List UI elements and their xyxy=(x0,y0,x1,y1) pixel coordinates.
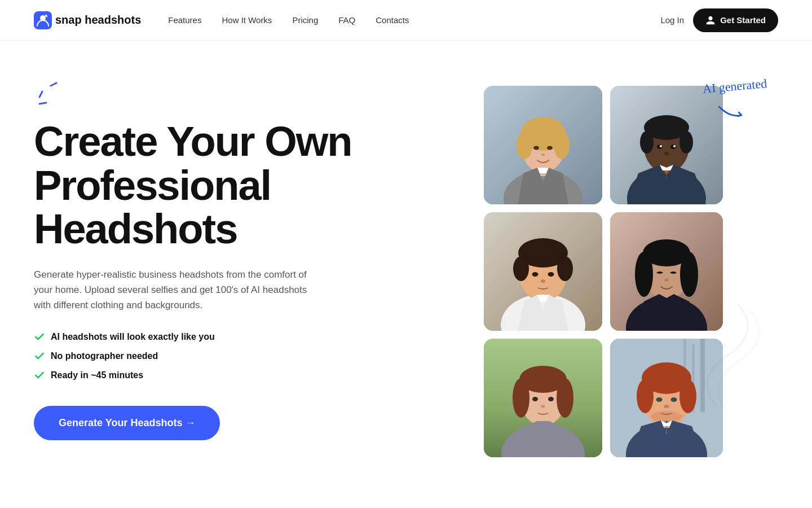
headshot-photo-1 xyxy=(484,86,602,204)
svg-point-57 xyxy=(548,397,554,401)
generate-headshots-button[interactable]: Generate Your Headshots → xyxy=(34,406,220,440)
svg-point-40 xyxy=(541,279,545,283)
svg-point-54 xyxy=(513,378,529,418)
nav-item-features[interactable]: Features xyxy=(168,15,201,25)
feature-item-2: No photographer needed xyxy=(34,351,417,362)
svg-point-13 xyxy=(554,131,570,159)
svg-point-23 xyxy=(679,131,693,154)
nav-links: Features How It Works Pricing FAQ Contac… xyxy=(168,15,409,25)
svg-point-14 xyxy=(533,146,539,150)
check-icon-2 xyxy=(34,351,45,362)
svg-line-5 xyxy=(39,91,42,97)
svg-point-12 xyxy=(517,131,532,159)
generate-headshots-label: Generate Your Headshots → xyxy=(59,417,195,429)
headshot-photo-5 xyxy=(484,339,602,457)
svg-point-56 xyxy=(532,397,538,401)
svg-point-15 xyxy=(547,146,553,150)
hero-left: Create Your Own Professional Headshots G… xyxy=(34,75,417,440)
hero-subtitle: Generate hyper-realistic business headsh… xyxy=(34,267,316,313)
svg-line-6 xyxy=(39,103,46,104)
photo-grid xyxy=(484,86,723,457)
nav-item-contacts[interactable]: Contacts xyxy=(376,15,409,25)
check-icon-1 xyxy=(34,331,45,343)
svg-point-26 xyxy=(660,145,662,147)
svg-point-55 xyxy=(557,378,573,418)
nav-item-how-it-works[interactable]: How It Works xyxy=(222,15,272,25)
svg-point-72 xyxy=(664,405,669,408)
login-button[interactable]: Log In xyxy=(660,15,684,25)
ai-arrow-icon xyxy=(716,104,744,121)
svg-line-4 xyxy=(51,83,56,86)
hero-title: Create Your Own Professional Headshots xyxy=(34,120,417,251)
svg-point-38 xyxy=(532,272,539,277)
svg-point-27 xyxy=(673,145,676,147)
svg-point-58 xyxy=(541,405,545,408)
nav-item-faq[interactable]: FAQ xyxy=(338,15,355,25)
svg-point-36 xyxy=(513,256,529,281)
logo[interactable]: snap headshots xyxy=(34,11,141,29)
nav-right: Log In Get Started xyxy=(660,8,778,32)
svg-point-39 xyxy=(548,272,554,277)
get-started-label: Get Started xyxy=(720,15,766,25)
svg-point-67 xyxy=(637,379,654,413)
get-started-button[interactable]: Get Started xyxy=(693,8,778,32)
svg-point-16 xyxy=(541,154,545,156)
svg-point-28 xyxy=(664,152,669,155)
svg-point-48 xyxy=(665,279,669,282)
check-icon-3 xyxy=(34,370,45,381)
svg-point-70 xyxy=(656,397,663,402)
headshot-photo-2 xyxy=(610,86,723,204)
svg-point-37 xyxy=(557,256,573,281)
feature-list: AI headshots will look exactly like you … xyxy=(34,331,417,381)
svg-point-71 xyxy=(671,397,677,402)
feature-item-1: AI headshots will look exactly like you xyxy=(34,331,417,343)
headshot-photo-3 xyxy=(484,212,602,331)
svg-point-46 xyxy=(635,252,653,297)
hero-section: Create Your Own Professional Headshots G… xyxy=(0,41,812,508)
svg-point-22 xyxy=(640,131,654,154)
ai-generated-label: AI generated xyxy=(702,76,767,97)
deco-lines-icon xyxy=(34,80,68,114)
navbar: snap headshots Features How It Works Pri… xyxy=(0,0,812,41)
nav-item-pricing[interactable]: Pricing xyxy=(292,15,318,25)
user-icon xyxy=(705,15,716,25)
hero-right: AI generated xyxy=(417,75,778,457)
deco-swash-icon xyxy=(694,299,761,412)
feature-item-3: Ready in ~45 minutes xyxy=(34,370,417,381)
logo-icon xyxy=(34,11,52,29)
nav-left: snap headshots Features How It Works Pri… xyxy=(34,11,409,29)
svg-point-47 xyxy=(680,252,698,297)
logo-text: snap headshots xyxy=(55,14,141,27)
